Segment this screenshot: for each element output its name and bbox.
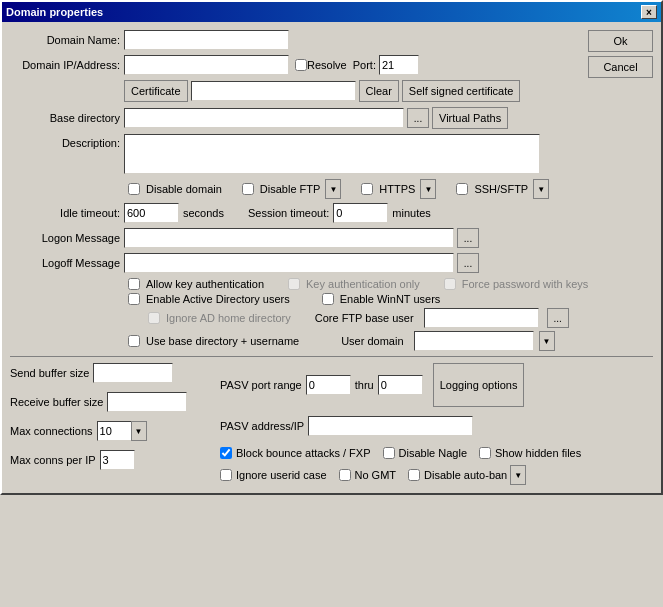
content-area: Ok Cancel Domain Name: Domain IP/Address… (2, 22, 661, 493)
pasv-address-input[interactable] (308, 416, 473, 436)
domain-name-input[interactable] (124, 30, 289, 50)
self-signed-button[interactable]: Self signed certificate (402, 80, 521, 102)
pasv-section: PASV port range thru Logging options PAS… (220, 363, 653, 485)
resolve-checkbox[interactable] (295, 59, 307, 71)
ssh-sftp-dropdown[interactable]: ▼ (533, 179, 549, 199)
max-connections-dropdown[interactable]: ▼ (131, 421, 147, 441)
action-buttons: Ok Cancel (588, 30, 653, 78)
pasv-end-input[interactable] (378, 375, 423, 395)
domain-name-label: Domain Name: (10, 34, 120, 46)
domain-name-row: Domain Name: (10, 30, 653, 50)
base-directory-browse[interactable]: ... (407, 108, 429, 128)
no-gmt-group: No GMT (339, 469, 397, 481)
use-base-dir-checkbox[interactable] (128, 335, 140, 347)
session-timeout-label: Session timeout: (248, 207, 329, 219)
disable-nagle-checkbox[interactable] (383, 447, 395, 459)
userid-gmt-row: Ignore userid case No GMT Disable auto-b… (220, 465, 653, 485)
core-user-browse[interactable]: ... (547, 308, 569, 328)
disable-ftp-label: Disable FTP (260, 183, 321, 195)
receive-buffer-label: Receive buffer size (10, 396, 103, 408)
domain-properties-window: Domain properties × Ok Cancel Domain Nam… (0, 0, 663, 495)
no-gmt-label: No GMT (355, 469, 397, 481)
logoff-browse-button[interactable]: ... (457, 253, 479, 273)
core-ftp-base-user-input[interactable] (424, 308, 539, 328)
enable-ad-checkbox[interactable] (128, 293, 140, 305)
disable-autoban-label: Disable auto-ban (424, 469, 507, 481)
enable-ad-label: Enable Active Directory users (146, 293, 290, 305)
base-directory-input[interactable] (124, 108, 404, 128)
ssh-sftp-checkbox[interactable] (456, 183, 468, 195)
description-textarea[interactable] (124, 134, 540, 174)
key-auth-only-checkbox[interactable] (288, 278, 300, 290)
max-connections-label: Max connections (10, 425, 93, 437)
ignore-ad-checkbox[interactable] (148, 312, 160, 324)
pasv-start-input[interactable] (306, 375, 351, 395)
use-base-dir-row: Use base directory + username User domai… (128, 331, 653, 351)
force-password-label: Force password with keys (462, 278, 589, 290)
allow-key-auth-checkbox[interactable] (128, 278, 140, 290)
close-button[interactable]: × (641, 5, 657, 19)
session-timeout-input[interactable] (333, 203, 388, 223)
max-conns-per-ip-row: Max conns per IP (10, 450, 210, 470)
minutes-label: minutes (392, 207, 431, 219)
send-buffer-label: Send buffer size (10, 367, 89, 379)
logoff-message-input[interactable] (124, 253, 454, 273)
block-bounce-label: Block bounce attacks / FXP (236, 447, 371, 459)
title-bar: Domain properties × (2, 2, 661, 22)
certificate-button[interactable]: Certificate (124, 80, 188, 102)
domain-ip-label: Domain IP/Address: (10, 59, 120, 71)
base-directory-row: Base directory ... Virtual Paths (10, 107, 653, 129)
receive-buffer-input[interactable] (107, 392, 187, 412)
port-input[interactable] (379, 55, 419, 75)
logon-message-input[interactable] (124, 228, 454, 248)
timeout-row: Idle timeout: seconds Session timeout: m… (10, 203, 653, 223)
disable-autoban-checkbox[interactable] (408, 469, 420, 481)
resolve-label: Resolve (307, 59, 347, 71)
idle-timeout-label: Idle timeout: (10, 207, 120, 219)
cancel-button[interactable]: Cancel (588, 56, 653, 78)
logging-options-button[interactable]: Logging options (433, 363, 525, 407)
cert-field[interactable] (191, 81, 356, 101)
ignore-ad-row: Ignore AD home directory Core FTP base u… (128, 308, 653, 328)
user-domain-dropdown[interactable]: ▼ (539, 331, 555, 351)
show-hidden-label: Show hidden files (495, 447, 581, 459)
ok-button[interactable]: Ok (588, 30, 653, 52)
max-connections-input[interactable] (97, 421, 132, 441)
description-row: Description: (10, 134, 653, 174)
show-hidden-checkbox[interactable] (479, 447, 491, 459)
disable-domain-checkbox[interactable] (128, 183, 140, 195)
send-buffer-row: Send buffer size (10, 363, 210, 383)
disable-ftp-dropdown[interactable]: ▼ (325, 179, 341, 199)
ignore-userid-group: Ignore userid case (220, 469, 327, 481)
port-label: Port: (353, 59, 376, 71)
idle-timeout-input[interactable] (124, 203, 179, 223)
ignore-userid-checkbox[interactable] (220, 469, 232, 481)
disable-ftp-checkbox[interactable] (242, 183, 254, 195)
https-dropdown[interactable]: ▼ (420, 179, 436, 199)
thru-label: thru (355, 379, 374, 391)
domain-ip-input[interactable] (124, 55, 289, 75)
bottom-area: Send buffer size Receive buffer size Max… (10, 363, 653, 485)
key-auth-row: Allow key authentication Key authenticat… (128, 278, 653, 290)
domain-ip-row: Domain IP/Address: Resolve Port: (10, 55, 653, 75)
ignore-ad-label: Ignore AD home directory (166, 312, 291, 324)
https-checkbox[interactable] (361, 183, 373, 195)
block-bounce-checkbox[interactable] (220, 447, 232, 459)
logon-message-row: Logon Message ... (10, 228, 653, 248)
virtual-paths-button[interactable]: Virtual Paths (432, 107, 508, 129)
force-password-checkbox[interactable] (444, 278, 456, 290)
max-connections-row: Max connections ▼ (10, 421, 210, 441)
logoff-message-row: Logoff Message ... (10, 253, 653, 273)
block-bounce-group: Block bounce attacks / FXP (220, 447, 371, 459)
max-conns-per-ip-input[interactable] (100, 450, 135, 470)
options-checkboxes-row: Disable domain Disable FTP ▼ HTTPS ▼ SSH… (128, 179, 653, 199)
no-gmt-checkbox[interactable] (339, 469, 351, 481)
clear-button[interactable]: Clear (359, 80, 399, 102)
user-domain-input[interactable] (414, 331, 534, 351)
top-section: Ok Cancel Domain Name: Domain IP/Address… (10, 30, 653, 351)
enable-winnt-checkbox[interactable] (322, 293, 334, 305)
window-title: Domain properties (6, 6, 103, 18)
logon-browse-button[interactable]: ... (457, 228, 479, 248)
send-buffer-input[interactable] (93, 363, 173, 383)
disable-autoban-dropdown[interactable]: ▼ (510, 465, 526, 485)
